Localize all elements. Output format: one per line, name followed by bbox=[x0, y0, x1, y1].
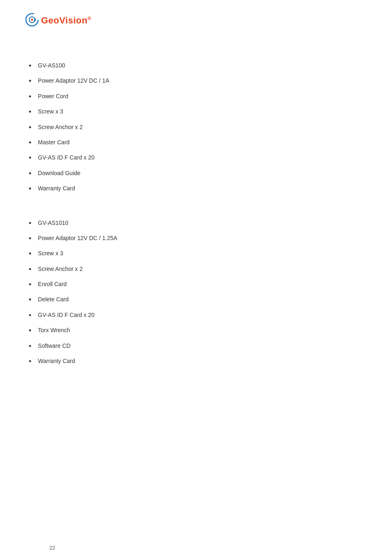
page-number: 22 bbox=[49, 545, 55, 551]
geovision-logo-icon bbox=[25, 12, 39, 28]
svg-point-2 bbox=[31, 19, 33, 21]
list-item: Screw Anchor x 2 bbox=[25, 123, 367, 132]
list-item: GV-AS100 bbox=[25, 61, 367, 71]
list-item: Delete Card bbox=[25, 295, 367, 305]
section-1: GV-AS100Power Adaptor 12V DC / 1APower C… bbox=[25, 61, 367, 194]
list-item: Torx Wrench bbox=[25, 326, 367, 335]
section-2-list: GV-AS1010Power Adaptor 12V DC / 1.25AScr… bbox=[25, 219, 367, 367]
logo-area: GeoVision® bbox=[25, 12, 367, 28]
section-2: GV-AS1010Power Adaptor 12V DC / 1.25AScr… bbox=[25, 219, 367, 367]
list-item: Warranty Card bbox=[25, 184, 367, 194]
list-item: Screw Anchor x 2 bbox=[25, 265, 367, 274]
list-item: GV-AS ID F Card x 20 bbox=[25, 311, 367, 320]
section-1-list: GV-AS100Power Adaptor 12V DC / 1APower C… bbox=[25, 61, 367, 194]
list-item: Software CD bbox=[25, 342, 367, 351]
list-item: Power Adaptor 12V DC / 1A bbox=[25, 76, 367, 86]
list-item: Power Adaptor 12V DC / 1.25A bbox=[25, 234, 367, 243]
list-item: Enroll Card bbox=[25, 280, 367, 289]
logo-main-text: GeoVision bbox=[41, 15, 88, 25]
list-item: Warranty Card bbox=[25, 357, 367, 366]
logo-suffix: ® bbox=[88, 15, 91, 21]
list-item: Screw x 3 bbox=[25, 249, 367, 259]
list-item: Master Card bbox=[25, 138, 367, 148]
list-item: Power Cord bbox=[25, 92, 367, 102]
list-item: GV-AS1010 bbox=[25, 219, 367, 228]
logo-text: GeoVision® bbox=[41, 15, 91, 26]
list-item: Download Guide bbox=[25, 169, 367, 178]
list-item: GV-AS ID F Card x 20 bbox=[25, 153, 367, 163]
list-item: Screw x 3 bbox=[25, 107, 367, 117]
page-wrapper: GeoVision® GV-AS100Power Adaptor 12V DC … bbox=[25, 12, 367, 555]
